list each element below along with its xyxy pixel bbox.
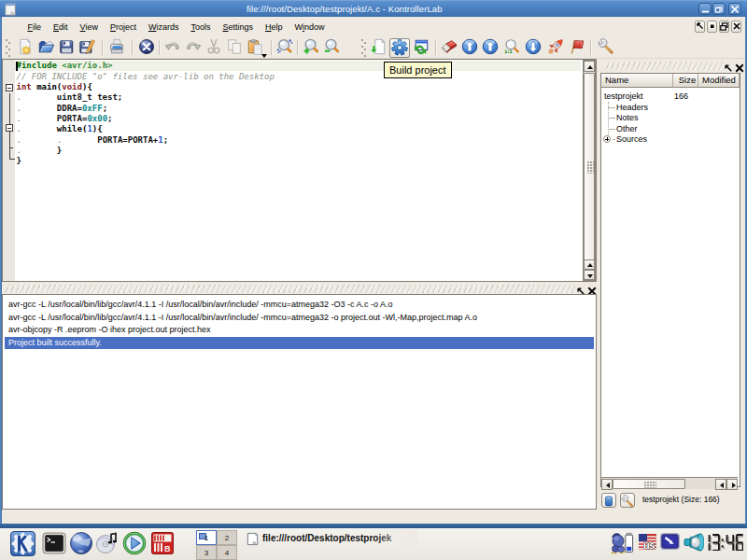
scrollbar-thumb[interactable]	[613, 479, 685, 489]
browser-launcher[interactable]	[69, 531, 95, 557]
code-text[interactable]: #include <avr/io.h>// FOR INCLUDE "o" fi…	[17, 61, 275, 166]
editor-vscrollbar[interactable]	[583, 60, 596, 281]
app-icon[interactable]	[4, 3, 17, 16]
menu-file[interactable]: File	[21, 17, 48, 37]
compiler-output-panel[interactable]: avr-gcc -L /usr/local/bin/lib/gcc/avr/4.…	[2, 294, 597, 510]
paste-dropdown-arrow[interactable]	[261, 54, 267, 58]
rebuild-all-button[interactable]	[411, 38, 431, 58]
scrollbar-thumb[interactable]	[584, 73, 595, 260]
redo-button[interactable]	[183, 38, 204, 58]
project-memory-button[interactable]	[601, 493, 616, 508]
tree-expander-plus[interactable]	[603, 135, 611, 143]
project-dock-close-button[interactable]	[735, 60, 745, 70]
menu-window[interactable]: Window	[289, 17, 331, 37]
tree-row-other[interactable]: Other	[601, 124, 738, 135]
titlebar[interactable]: file:///root/Desktop/testprojekt/A.c - K…	[0, 0, 747, 17]
open-file-button[interactable]	[35, 38, 56, 58]
cut-button[interactable]	[204, 38, 224, 58]
build-project-button[interactable]	[389, 38, 410, 58]
mdi-undock-button[interactable]	[695, 21, 705, 33]
kbarcode-launcher[interactable]: B	[150, 531, 176, 557]
undo-button[interactable]	[162, 38, 183, 58]
taskbar-task-button[interactable]: file:///root/Desktop/testprojek	[262, 529, 391, 547]
print-button[interactable]	[106, 38, 127, 58]
restore-button[interactable]	[712, 3, 726, 15]
upload-button[interactable]	[459, 38, 480, 58]
tree-row-headers[interactable]: Headers	[601, 103, 738, 114]
menu-project[interactable]: Project	[104, 17, 142, 37]
mdi-restore-button[interactable]	[719, 21, 729, 33]
menu-tools[interactable]: Tools	[185, 17, 217, 37]
pager-desktop-3[interactable]: 3	[196, 545, 217, 560]
program-fuses-button[interactable]	[568, 38, 588, 58]
fold-marker-while[interactable]	[6, 124, 13, 132]
menu-wizards[interactable]: Wizards	[142, 17, 185, 37]
find-button[interactable]	[275, 38, 295, 58]
pager-desktop-1[interactable]: 1	[196, 530, 217, 545]
fold-line	[9, 133, 10, 148]
scroll-up-button2[interactable]	[584, 259, 595, 270]
battery-monitor-tray-icon[interactable]	[611, 531, 635, 558]
compile-file-button[interactable]	[368, 38, 388, 58]
tree-row-testprojekt[interactable]: testprojekt166	[601, 91, 738, 103]
terminal-launcher[interactable]	[42, 531, 68, 557]
taskbar-clock[interactable]	[702, 534, 746, 553]
message-dock-undock-button[interactable]	[577, 283, 587, 293]
verify-button[interactable]	[501, 38, 522, 58]
configure-button[interactable]	[596, 38, 616, 58]
message-dock-close-button[interactable]	[587, 283, 598, 293]
tree-row-notes[interactable]: Notes	[601, 113, 738, 124]
volume-tray-icon[interactable]	[683, 532, 704, 556]
new-file-button[interactable]	[15, 38, 35, 58]
zoom-out-button[interactable]	[321, 38, 342, 58]
close-button[interactable]	[728, 3, 741, 15]
minimize-button[interactable]	[698, 3, 712, 15]
tree-hscrollbar[interactable]	[601, 477, 738, 489]
tree-row-sources[interactable]: Sources	[601, 134, 738, 146]
download-button[interactable]	[523, 38, 543, 58]
code-editor[interactable]: #include <avr/io.h>// FOR INCLUDE "o" fi…	[2, 59, 597, 282]
tree-column-size[interactable]: Size	[673, 74, 698, 88]
project-dock-handle[interactable]	[604, 62, 724, 70]
scroll-right-button[interactable]	[726, 479, 738, 490]
pager-desktop-4[interactable]: 4	[217, 545, 237, 560]
kmenu-button[interactable]	[10, 531, 36, 557]
message-line[interactable]: avr-gcc -L /usr/local/bin/lib/gcc/avr/4.…	[5, 299, 594, 312]
project-tree[interactable]: NameSizeModified testprojekt166HeadersNo…	[600, 73, 740, 487]
pager-desktop-2[interactable]: 2	[217, 530, 237, 545]
scroll-left-button[interactable]	[601, 479, 613, 490]
message-line[interactable]: Project built successfully.	[5, 337, 594, 350]
scroll-left-button2[interactable]	[715, 479, 726, 490]
tree-column-modified[interactable]: Modified	[698, 74, 740, 88]
project-dock-undock-button[interactable]	[725, 60, 735, 70]
fold-marker-main[interactable]	[6, 84, 13, 91]
menu-view[interactable]: View	[74, 17, 104, 37]
toolbar-handle[interactable]	[5, 38, 11, 57]
scroll-up-button[interactable]	[584, 61, 595, 72]
mdi-minimize-button[interactable]	[707, 21, 717, 33]
mdi-close-button[interactable]	[731, 21, 741, 33]
toolbar-handle[interactable]	[360, 38, 367, 57]
save-as-button[interactable]	[77, 38, 97, 58]
message-dock-handle[interactable]	[4, 285, 575, 293]
keyboard-layout-tray-icon[interactable]: us	[639, 534, 656, 553]
stop-button[interactable]	[136, 38, 157, 58]
save-file-button[interactable]	[56, 38, 77, 58]
erase-button[interactable]	[439, 38, 459, 58]
upload-hex-button[interactable]	[480, 38, 500, 58]
scroll-down-button[interactable]	[584, 270, 595, 280]
klipper-tray-icon[interactable]	[660, 533, 680, 553]
menu-edit[interactable]: Edit	[48, 17, 75, 37]
copy-button[interactable]	[224, 38, 245, 58]
paste-button[interactable]	[245, 38, 265, 58]
message-line[interactable]: avr-gcc -L /usr/local/bin/lib/gcc/avr/4.…	[5, 312, 594, 325]
menu-settings[interactable]: Settings	[217, 17, 260, 37]
player-launcher[interactable]	[122, 531, 148, 557]
tree-column-name[interactable]: Name	[601, 74, 673, 88]
ignite-button[interactable]	[545, 38, 566, 58]
message-line[interactable]: avr-objcopy -R .eeprom -O ihex project.o…	[5, 324, 594, 337]
project-settings-button[interactable]	[620, 493, 635, 508]
menu-help[interactable]: Help	[260, 17, 289, 37]
media-cd-launcher[interactable]	[95, 531, 121, 557]
zoom-in-button[interactable]	[301, 38, 321, 58]
